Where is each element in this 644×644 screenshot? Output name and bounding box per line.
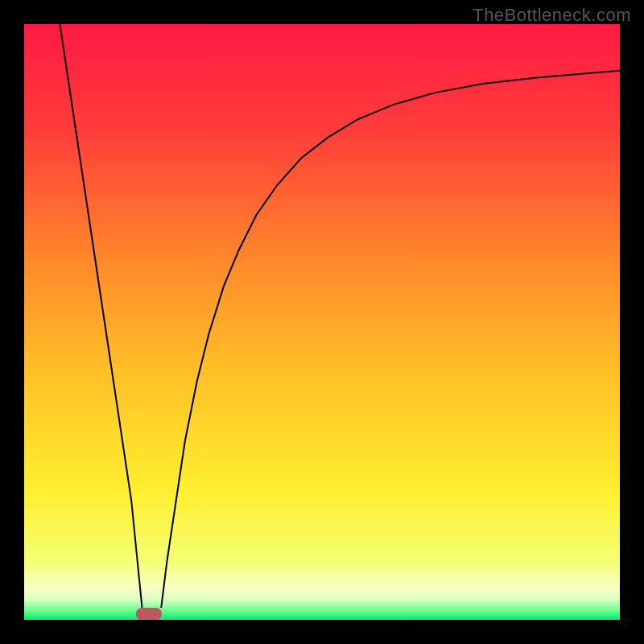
background-gradient [24, 24, 620, 620]
watermark-text: TheBottleneck.com [473, 5, 631, 26]
plot-area [24, 24, 620, 620]
chart-frame: TheBottleneck.com [0, 0, 644, 644]
optimal-marker [136, 608, 162, 620]
svg-rect-0 [24, 24, 620, 620]
